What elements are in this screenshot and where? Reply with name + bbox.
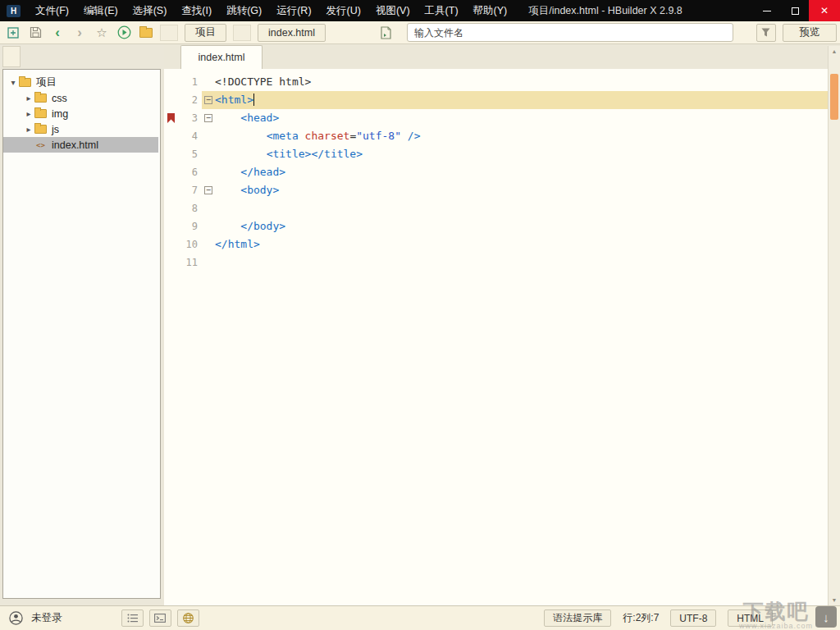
code-line[interactable]: 6 </head> <box>164 163 828 181</box>
gutter-bookmark-column[interactable] <box>164 181 177 199</box>
gutter-bookmark-column[interactable] <box>164 163 177 181</box>
code-line-text[interactable]: <meta charset="utf-8" /> <box>215 127 828 145</box>
tab-index-html[interactable]: index.html <box>180 45 262 69</box>
minimize-button[interactable] <box>753 0 781 21</box>
editor-column: index.html 1<!DOCTYPE html>2−<html>3− <h… <box>164 44 840 605</box>
menu-item[interactable]: 选择(S) <box>126 4 175 18</box>
chevron-down-icon[interactable]: ▾ <box>7 78 19 87</box>
filetype-button[interactable]: HTML <box>728 609 773 627</box>
back-button[interactable]: ‹ <box>49 25 66 41</box>
tree-item[interactable]: ▸img <box>3 106 158 121</box>
chevron-right-icon[interactable]: ▸ <box>23 94 34 103</box>
left-panel: ▾ 项目 ▸css▸img▸js<>index.html <box>0 44 164 605</box>
fold-collapse-icon[interactable]: − <box>204 186 212 194</box>
fold-collapse-icon[interactable]: − <box>204 96 212 104</box>
code-token: "utf-8" <box>356 130 401 142</box>
code-line-text[interactable]: <!DOCTYPE html> <box>215 73 828 91</box>
sidebar-tab-stub[interactable] <box>2 46 21 67</box>
code-line[interactable]: 5 <title></title> <box>164 145 828 163</box>
folder-icon <box>34 125 47 134</box>
terminal-button[interactable] <box>149 609 171 627</box>
code-token <box>215 148 267 160</box>
scroll-down-icon[interactable]: ▼ <box>829 597 840 603</box>
code-line[interactable]: 9 </body> <box>164 217 828 235</box>
close-button[interactable]: ✕ <box>809 0 840 21</box>
menu-item[interactable]: 查找(I) <box>174 4 219 18</box>
gutter-fold-column <box>202 73 215 91</box>
tree-item[interactable]: ▸css <box>3 90 158 106</box>
code-line-text[interactable]: <head> <box>215 109 828 127</box>
menu-item[interactable]: 编辑(E) <box>76 4 126 18</box>
back-icon: ‹ <box>55 25 60 40</box>
vertical-scrollbar[interactable]: ▲ ▼ <box>828 46 840 605</box>
gutter-bookmark-column[interactable] <box>164 217 177 235</box>
encoding-button[interactable]: UTF-8 <box>670 609 716 627</box>
menu-item[interactable]: 工具(T) <box>418 4 466 18</box>
code-line-text[interactable]: <body> <box>215 181 828 199</box>
gutter-bookmark-column[interactable] <box>164 91 177 109</box>
file-search-input[interactable] <box>407 23 733 42</box>
code-line-text[interactable]: </body> <box>215 217 828 235</box>
tree-item[interactable]: <>index.html <box>3 137 158 153</box>
gutter-bookmark-column[interactable] <box>164 253 177 272</box>
filter-button[interactable] <box>756 24 776 42</box>
code-line[interactable]: 4 <meta charset="utf-8" /> <box>164 127 828 145</box>
title-bar: H 文件(F)编辑(E)选择(S)查找(I)跳转(G)运行(R)发行(U)视图(… <box>0 0 840 21</box>
forward-button[interactable]: › <box>71 25 88 41</box>
code-line[interactable]: 11 <box>164 253 828 272</box>
code-editor[interactable]: 1<!DOCTYPE html>2−<html>3− <head>4 <meta… <box>164 69 840 605</box>
gutter-bookmark-column[interactable] <box>164 145 177 163</box>
menu-item[interactable]: 帮助(Y) <box>466 4 515 18</box>
bookmark-star-button[interactable]: ☆ <box>94 25 110 41</box>
menu-item[interactable]: 发行(U) <box>319 4 368 18</box>
gutter-bookmark-column[interactable] <box>164 235 177 253</box>
open-folder-button[interactable] <box>138 25 154 41</box>
menu-item[interactable]: 文件(F) <box>28 4 76 18</box>
bookmark-flag-icon[interactable] <box>167 113 175 123</box>
tree-item[interactable]: ▸js <box>3 121 158 137</box>
code-line-text[interactable]: <title></title> <box>215 145 828 163</box>
open-file-button[interactable]: index.html <box>258 24 326 42</box>
gutter-bookmark-column[interactable] <box>164 199 177 217</box>
scroll-up-icon[interactable]: ▲ <box>829 48 840 54</box>
scrollbar-thumb[interactable] <box>830 74 838 120</box>
cursor-position[interactable]: 行:2列:7 <box>623 611 659 625</box>
window-controls: ✕ <box>753 0 840 21</box>
login-status[interactable]: 未登录 <box>31 611 62 625</box>
gutter-bookmark-column[interactable] <box>164 127 177 145</box>
chevron-right-icon[interactable]: ▸ <box>23 125 34 134</box>
gutter-bookmark-column[interactable] <box>164 73 177 91</box>
new-file-button[interactable] <box>5 25 21 41</box>
web-browser-button[interactable] <box>177 609 199 627</box>
syntax-library-button[interactable]: 语法提示库 <box>544 609 611 627</box>
menu-item[interactable]: 跳转(G) <box>219 4 269 18</box>
run-button[interactable] <box>116 25 132 41</box>
account-button[interactable] <box>8 611 23 626</box>
minimize-icon <box>763 11 771 11</box>
outline-button[interactable] <box>121 609 144 627</box>
gutter-bookmark-column[interactable] <box>164 109 177 127</box>
menu-item[interactable]: 视图(V) <box>368 4 418 18</box>
chevron-right-icon[interactable]: ▸ <box>23 109 34 118</box>
tree-item-project-root[interactable]: ▾ 项目 <box>3 75 158 90</box>
code-token: </html> <box>215 238 260 250</box>
code-line-text[interactable] <box>215 199 828 217</box>
code-line[interactable]: 7− <body> <box>164 181 828 199</box>
code-line[interactable]: 3− <head> <box>164 109 828 127</box>
code-line[interactable]: 2−<html> <box>164 91 828 109</box>
preview-button[interactable]: 预览 <box>783 24 837 42</box>
project-button[interactable]: 项目 <box>185 24 226 42</box>
maximize-button[interactable] <box>781 0 809 21</box>
code-line-text[interactable]: <html> <box>215 91 828 109</box>
save-button[interactable] <box>27 25 43 41</box>
menu-item[interactable]: 运行(R) <box>269 4 318 18</box>
preview-file-button[interactable] <box>378 25 395 41</box>
fold-collapse-icon[interactable]: − <box>204 114 212 122</box>
code-token <box>215 112 240 124</box>
code-line[interactable]: 10</html> <box>164 235 828 253</box>
code-line-text[interactable]: </html> <box>215 235 828 253</box>
code-line-text[interactable]: </head> <box>215 163 828 181</box>
code-line[interactable]: 1<!DOCTYPE html> <box>164 73 828 91</box>
code-line-text[interactable] <box>215 253 828 272</box>
code-line[interactable]: 8 <box>164 199 828 217</box>
